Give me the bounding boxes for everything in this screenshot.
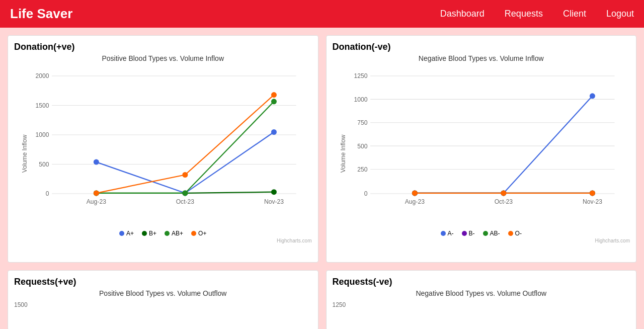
- requests-negative-title: Requests(-ve): [333, 277, 630, 287]
- legend-label: AB+: [172, 230, 183, 237]
- main-nav: Dashboard Requests Client Logout: [440, 9, 634, 19]
- legend-label: O-: [515, 230, 522, 237]
- svg-text:Aug-23: Aug-23: [405, 198, 424, 205]
- legend-ab-minus: AB-: [483, 230, 500, 237]
- donation-negative-legend: A- B- AB- O-: [333, 230, 630, 237]
- nav-dashboard[interactable]: Dashboard: [440, 9, 485, 19]
- main-content: Donation(+ve) Positive Blood Types vs. V…: [0, 28, 644, 329]
- svg-point-14: [94, 159, 99, 165]
- donation-positive-title: Donation(+ve): [14, 42, 312, 52]
- nav-client[interactable]: Client: [563, 9, 586, 19]
- highcharts-credit: Highcharts.com: [14, 238, 312, 243]
- legend-label: A-: [448, 230, 454, 237]
- svg-text:Oct-23: Oct-23: [494, 198, 513, 205]
- legend-label: O+: [198, 230, 206, 237]
- requests-positive-chart-title: Positive Blood Types vs. Volume Outflow: [14, 289, 312, 297]
- svg-point-25: [271, 92, 277, 98]
- svg-text:500: 500: [39, 161, 49, 168]
- svg-point-16: [271, 129, 277, 135]
- highcharts-credit-neg: Highcharts.com: [333, 238, 630, 243]
- donation-positive-card: Donation(+ve) Positive Blood Types vs. V…: [8, 35, 318, 263]
- legend-label: AB-: [490, 230, 500, 237]
- donation-positive-chart: Volume Inflow 2000 1500 1000 500 0 Aug-2…: [14, 65, 312, 256]
- svg-text:Oct-23: Oct-23: [176, 198, 195, 205]
- svg-point-24: [182, 172, 188, 178]
- svg-point-23: [94, 190, 99, 196]
- svg-text:500: 500: [357, 143, 367, 150]
- legend-o-plus: O+: [191, 230, 206, 237]
- legend-label: B+: [149, 230, 156, 237]
- svg-text:Nov-23: Nov-23: [582, 198, 602, 205]
- svg-text:750: 750: [357, 119, 367, 126]
- donation-negative-title: Donation(-ve): [333, 42, 630, 52]
- requests-positive-ytick: 1500: [14, 301, 312, 308]
- svg-point-22: [271, 99, 277, 104]
- requests-positive-card: Requests(+ve) Positive Blood Types vs. V…: [8, 270, 318, 329]
- legend-ab-plus: AB+: [165, 230, 183, 237]
- svg-text:1000: 1000: [354, 96, 367, 103]
- svg-text:Aug-23: Aug-23: [87, 198, 106, 205]
- svg-text:0: 0: [364, 190, 367, 197]
- donation-negative-svg: Volume Inflow 1250 1000 750 500 250 0 Au…: [333, 65, 630, 226]
- legend-label: A+: [126, 230, 134, 237]
- legend-b-plus: B+: [142, 230, 156, 237]
- svg-point-21: [182, 190, 188, 196]
- legend-a-minus: A-: [441, 230, 454, 237]
- svg-text:Nov-23: Nov-23: [264, 198, 284, 205]
- requests-negative-ytick: 1250: [333, 301, 630, 308]
- svg-point-51: [412, 190, 417, 196]
- svg-text:Volume Inflow: Volume Inflow: [21, 135, 28, 173]
- donation-negative-card: Donation(-ve) Negative Blood Types vs. V…: [326, 35, 637, 263]
- donation-negative-chart-title: Negative Blood Types vs. Volume Inflow: [333, 54, 630, 62]
- svg-text:1500: 1500: [36, 102, 49, 109]
- svg-text:1250: 1250: [354, 72, 367, 79]
- svg-text:0: 0: [46, 190, 49, 197]
- nav-logout[interactable]: Logout: [606, 9, 634, 19]
- app-title: Life Saver: [10, 6, 440, 22]
- donation-positive-legend: A+ B+ AB+ O+: [14, 230, 312, 237]
- legend-label: B-: [469, 230, 475, 237]
- donation-negative-chart: Volume Inflow 1250 1000 750 500 250 0 Au…: [333, 65, 630, 256]
- requests-negative-chart-title: Negative Blood Types vs. Volume Outflow: [333, 289, 630, 297]
- nav-requests[interactable]: Requests: [505, 9, 543, 19]
- donation-positive-svg: Volume Inflow 2000 1500 1000 500 0 Aug-2…: [14, 65, 312, 226]
- svg-point-52: [501, 190, 506, 196]
- svg-text:2000: 2000: [36, 72, 49, 79]
- svg-text:250: 250: [357, 166, 367, 173]
- legend-b-minus: B-: [462, 230, 475, 237]
- svg-point-44: [589, 93, 595, 99]
- requests-negative-card: Requests(-ve) Negative Blood Types vs. V…: [326, 270, 637, 329]
- svg-text:1000: 1000: [36, 131, 49, 138]
- svg-text:Volume Inflow: Volume Inflow: [340, 135, 347, 173]
- donation-positive-chart-title: Positive Blood Types vs. Volume Inflow: [14, 54, 312, 62]
- legend-o-minus: O-: [508, 230, 522, 237]
- legend-a-plus: A+: [119, 230, 134, 237]
- requests-positive-title: Requests(+ve): [14, 277, 312, 287]
- svg-point-53: [589, 190, 595, 196]
- svg-point-19: [271, 189, 277, 195]
